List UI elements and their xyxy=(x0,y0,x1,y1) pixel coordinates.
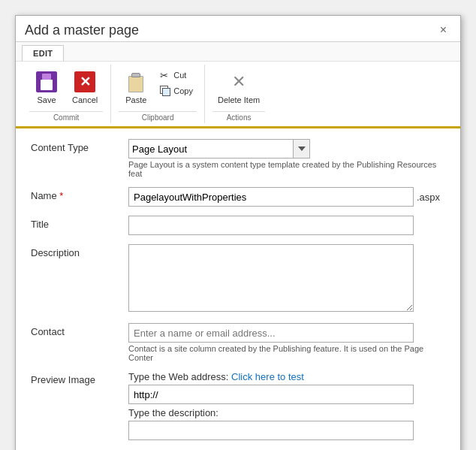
paste-icon-area xyxy=(124,70,148,94)
save-icon-area xyxy=(35,70,59,94)
delete-label: Delete Item xyxy=(218,95,260,104)
actions-group-label: Actions xyxy=(212,111,265,123)
name-field: .aspx xyxy=(128,187,445,207)
cut-copy-group: ✂ Cut Copy xyxy=(156,68,197,98)
name-label: Name * xyxy=(31,187,128,201)
contact-input[interactable] xyxy=(128,323,414,343)
form-area: Content Type Page Layout Page Layout is … xyxy=(16,128,460,450)
ribbon-tabs: EDIT xyxy=(16,42,460,61)
cut-button[interactable]: ✂ Cut xyxy=(156,68,197,83)
contact-hint: Contact is a site column created by the … xyxy=(128,344,445,362)
title-input[interactable] xyxy=(128,216,414,235)
save-label: Save xyxy=(37,95,56,104)
chevron-down-icon xyxy=(298,146,306,151)
copy-label: Copy xyxy=(173,86,193,95)
content-type-hint: Page Layout is a system content type tem… xyxy=(128,160,445,178)
tab-edit[interactable]: EDIT xyxy=(22,45,64,61)
clipboard-group-label: Clipboard xyxy=(119,111,197,123)
paste-label: Paste xyxy=(125,95,146,104)
contact-label: Contact xyxy=(31,323,128,337)
description-field xyxy=(128,244,445,314)
name-row: Name * .aspx xyxy=(31,187,445,207)
ribbon-group-actions: ✕ Delete Item Actions xyxy=(205,65,273,123)
dialog-title: Add a master page xyxy=(25,23,139,38)
select-arrow-button[interactable] xyxy=(294,139,310,159)
save-button[interactable]: Save xyxy=(29,68,64,107)
preview-image-label: Preview Image xyxy=(31,371,128,385)
required-marker: * xyxy=(59,190,63,201)
save-icon xyxy=(36,71,57,92)
ribbon-content: Save ✕ Cancel Commit xyxy=(16,61,460,126)
content-type-select-wrapper: Page Layout xyxy=(128,139,445,159)
delete-icon-area: ✕ xyxy=(227,70,251,94)
content-type-select[interactable]: Page Layout xyxy=(128,139,294,159)
paste-icon xyxy=(125,71,146,92)
description-row: Description xyxy=(31,244,445,314)
cancel-label: Cancel xyxy=(72,95,98,104)
actions-buttons: ✕ Delete Item xyxy=(212,65,265,110)
preview-address-label-row: Type the Web address: Click here to test xyxy=(128,371,445,382)
name-suffix: .aspx xyxy=(417,192,440,203)
delete-icon: ✕ xyxy=(228,71,249,92)
add-master-page-dialog: Add a master page × EDIT Save xyxy=(15,15,461,450)
cut-icon: ✂ xyxy=(160,70,170,80)
description-label: Description xyxy=(31,244,128,258)
cancel-icon: ✕ xyxy=(74,71,95,92)
paste-button[interactable]: Paste xyxy=(119,68,153,107)
title-row: Title xyxy=(31,216,445,235)
clipboard-buttons: Paste ✂ Cut Copy xyxy=(119,65,197,110)
name-input[interactable] xyxy=(128,187,414,207)
contact-field: Contact is a site column created by the … xyxy=(128,323,445,362)
title-field xyxy=(128,216,445,235)
commit-group-label: Commit xyxy=(29,111,103,123)
preview-desc-input[interactable] xyxy=(128,421,414,440)
commit-buttons: Save ✕ Cancel xyxy=(29,65,103,110)
content-type-label: Content Type xyxy=(31,139,128,153)
content-type-field: Page Layout Page Layout is a system cont… xyxy=(128,139,445,178)
copy-button[interactable]: Copy xyxy=(156,83,197,98)
preview-address-label: Type the Web address: xyxy=(128,371,228,382)
preview-image-field: Type the Web address: Click here to test… xyxy=(128,371,445,440)
close-button[interactable]: × xyxy=(435,22,451,38)
ribbon-group-clipboard: Paste ✂ Cut Copy Clipboard xyxy=(111,65,205,123)
copy-icon xyxy=(160,86,170,96)
contact-row: Contact Contact is a site column created… xyxy=(31,323,445,362)
name-input-wrapper: .aspx xyxy=(128,187,445,207)
preview-test-link[interactable]: Click here to test xyxy=(231,371,304,382)
preview-url-input[interactable] xyxy=(128,385,414,404)
description-textarea[interactable] xyxy=(128,244,414,312)
cancel-icon-area: ✕ xyxy=(73,70,97,94)
delete-item-button[interactable]: ✕ Delete Item xyxy=(212,68,265,107)
cancel-button[interactable]: ✕ Cancel xyxy=(67,68,103,107)
content-type-row: Content Type Page Layout Page Layout is … xyxy=(31,139,445,178)
preview-desc-label: Type the description: xyxy=(128,407,445,418)
title-label: Title xyxy=(31,216,128,230)
ribbon: EDIT Save ✕ Cancel xyxy=(16,41,460,128)
dialog-titlebar: Add a master page × xyxy=(16,16,460,41)
cut-label: Cut xyxy=(173,71,186,80)
preview-image-row: Preview Image Type the Web address: Clic… xyxy=(31,371,445,440)
ribbon-group-commit: Save ✕ Cancel Commit xyxy=(22,65,111,123)
